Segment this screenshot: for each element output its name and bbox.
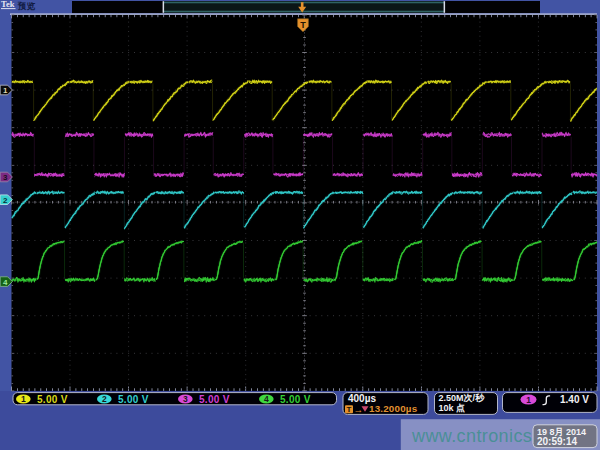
svg-text:20:59:14: 20:59:14 [537, 436, 577, 447]
svg-text:→: → [354, 404, 364, 415]
svg-text:5.00 V: 5.00 V [280, 394, 311, 405]
svg-text:3: 3 [3, 173, 8, 182]
svg-text:1: 1 [526, 395, 531, 405]
svg-text:T: T [347, 405, 352, 414]
svg-text:10k 点: 10k 点 [439, 403, 466, 413]
svg-text:1: 1 [21, 394, 26, 404]
svg-text:1: 1 [3, 86, 8, 95]
svg-text:5.00 V: 5.00 V [199, 394, 230, 405]
svg-text:2: 2 [3, 196, 8, 205]
svg-text:2: 2 [102, 394, 107, 404]
svg-text:4: 4 [264, 394, 269, 404]
svg-text:Tek: Tek [1, 0, 15, 9]
svg-text:3: 3 [183, 394, 188, 404]
svg-text:5.00 V: 5.00 V [37, 394, 68, 405]
svg-text:2.50M次/秒: 2.50M次/秒 [439, 393, 486, 403]
svg-text:预览: 预览 [17, 1, 36, 11]
svg-text:1.40 V: 1.40 V [560, 394, 589, 405]
svg-text:4: 4 [3, 278, 8, 287]
svg-text:T: T [300, 20, 306, 30]
svg-text:13.2000µs: 13.2000µs [369, 403, 418, 414]
svg-text:5.00 V: 5.00 V [118, 394, 149, 405]
